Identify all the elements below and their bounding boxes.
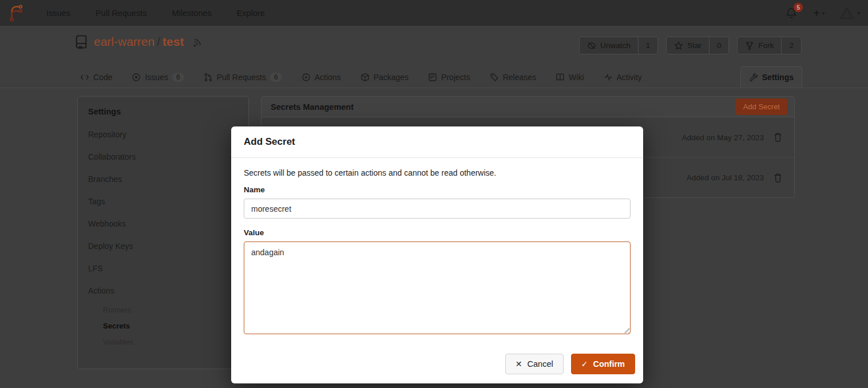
repo-owner-link[interactable]: earl-warren bbox=[94, 35, 154, 48]
pull-requests-count-badge: 6 bbox=[270, 73, 282, 82]
forgejo-logo-icon bbox=[8, 4, 23, 22]
unwatch-button[interactable]: Unwatch bbox=[580, 37, 638, 54]
settings-sidebar: Settings Repository Collaborators Branch… bbox=[77, 96, 249, 369]
forgejo-logo[interactable] bbox=[8, 4, 23, 22]
close-icon: ✕ bbox=[516, 360, 522, 368]
screen: Issues Pull Requests Milestones Explore … bbox=[0, 0, 868, 388]
secret-name-input[interactable] bbox=[244, 199, 631, 219]
add-secret-button[interactable]: Add Secret bbox=[736, 98, 787, 115]
tab-pull-requests[interactable]: Pull Requests 6 bbox=[198, 67, 288, 88]
issue-opened-icon bbox=[132, 73, 141, 82]
trash-icon[interactable] bbox=[773, 173, 783, 183]
tab-settings[interactable]: Settings bbox=[740, 66, 802, 88]
tab-issues[interactable]: Issues 6 bbox=[126, 67, 189, 88]
secrets-panel-header: Secrets Management Add Secret bbox=[261, 96, 795, 117]
check-icon: ✓ bbox=[581, 360, 588, 368]
tab-actions[interactable]: Actions bbox=[296, 67, 347, 88]
sidebar-subitem-runners[interactable]: Runners bbox=[78, 302, 248, 318]
tab-releases[interactable]: Releases bbox=[484, 67, 542, 88]
watchers-count[interactable]: 1 bbox=[638, 37, 658, 54]
trash-icon[interactable] bbox=[773, 132, 783, 142]
sidebar-item-label: Collaborators bbox=[88, 152, 136, 161]
nav-link-milestones[interactable]: Milestones bbox=[172, 9, 211, 18]
tab-label: Pull Requests bbox=[217, 73, 266, 82]
star-icon bbox=[674, 41, 683, 50]
tab-code[interactable]: Code bbox=[74, 67, 118, 88]
nav-link-explore[interactable]: Explore bbox=[237, 9, 265, 18]
confirm-button[interactable]: ✓ Confirm bbox=[571, 354, 635, 374]
secret-added-date: Added on Jul 18, 2023 bbox=[687, 173, 764, 182]
repo-tab-bar: Code Issues 6 Pull Requests 6 Actions Pa… bbox=[0, 64, 868, 88]
tab-wiki[interactable]: Wiki bbox=[550, 67, 589, 88]
sidebar-title: Settings bbox=[78, 100, 248, 123]
forks-count[interactable]: 2 bbox=[781, 37, 801, 54]
caret-down-icon: ▾ bbox=[857, 10, 860, 16]
sidebar-subitem-secrets[interactable]: Secrets bbox=[78, 318, 248, 334]
create-new-button[interactable]: + ▾ bbox=[813, 7, 825, 19]
user-menu-button[interactable]: ▾ bbox=[839, 6, 860, 20]
fork-label: Fork bbox=[758, 41, 774, 50]
tab-label: Releases bbox=[503, 73, 536, 82]
project-board-icon bbox=[428, 73, 437, 82]
fork-button[interactable]: Fork bbox=[738, 37, 781, 54]
repo-header: earl-warren/test bbox=[74, 34, 203, 49]
sidebar-item-tags[interactable]: Tags bbox=[78, 190, 248, 212]
sidebar-item-label: Branches bbox=[88, 175, 122, 184]
repo-action-buttons: Unwatch 1 Star 0 Fork 2 bbox=[579, 37, 802, 54]
sidebar-subitem-variables[interactable]: Variables bbox=[78, 334, 248, 350]
sidebar-item-branches[interactable]: Branches bbox=[78, 168, 248, 190]
sidebar-item-label: Tags bbox=[88, 197, 105, 206]
sidebar-item-repository[interactable]: Repository bbox=[78, 123, 248, 145]
sidebar-item-deploy-keys[interactable]: Deploy Keys bbox=[78, 235, 248, 257]
tab-label: Actions bbox=[315, 73, 341, 82]
book-icon bbox=[556, 73, 565, 82]
watch-button-group: Unwatch 1 bbox=[579, 37, 658, 54]
notifications-button[interactable]: 5 bbox=[786, 7, 798, 19]
tag-icon bbox=[490, 73, 499, 82]
modal-body: Secrets will be passed to certain action… bbox=[231, 158, 643, 354]
tab-activity[interactable]: Activity bbox=[598, 67, 648, 88]
eye-slash-icon bbox=[587, 41, 596, 50]
caret-down-icon: ▾ bbox=[822, 10, 825, 16]
navbar-right: 5 + ▾ ▾ bbox=[786, 6, 860, 20]
name-field-label: Name bbox=[244, 185, 631, 194]
tab-packages[interactable]: Packages bbox=[355, 67, 414, 88]
repo-breadcrumb: earl-warren/test bbox=[94, 35, 184, 49]
value-field-wrapper: andagain bbox=[244, 241, 631, 334]
star-label: Star bbox=[687, 41, 701, 50]
repo-name-link[interactable]: test bbox=[162, 35, 184, 48]
tab-projects[interactable]: Projects bbox=[422, 67, 476, 88]
modal-header: Add Secret bbox=[231, 126, 643, 158]
unwatch-label: Unwatch bbox=[600, 41, 631, 50]
sidebar-item-webhooks[interactable]: Webhooks bbox=[78, 212, 248, 235]
code-icon bbox=[80, 73, 89, 82]
sidebar-item-actions[interactable]: Actions ▾ bbox=[78, 279, 248, 302]
fork-icon bbox=[745, 41, 754, 50]
top-navbar: Issues Pull Requests Milestones Explore … bbox=[0, 0, 868, 26]
rss-icon[interactable] bbox=[193, 37, 203, 47]
cancel-button[interactable]: ✕ Cancel bbox=[505, 354, 564, 374]
sidebar-item-label: LFS bbox=[88, 264, 103, 273]
star-button[interactable]: Star bbox=[667, 37, 709, 54]
value-field-label: Value bbox=[244, 228, 631, 237]
sidebar-item-collaborators[interactable]: Collaborators bbox=[78, 145, 248, 168]
tab-label: Settings bbox=[762, 73, 794, 82]
confirm-button-label: Confirm bbox=[593, 359, 625, 369]
tab-label: Wiki bbox=[569, 73, 584, 82]
modal-description: Secrets will be passed to certain action… bbox=[244, 168, 631, 177]
nav-link-issues[interactable]: Issues bbox=[46, 9, 70, 18]
tab-label: Projects bbox=[441, 73, 470, 82]
package-icon bbox=[360, 73, 370, 82]
tab-label: Code bbox=[93, 73, 112, 82]
sidebar-item-label: Actions bbox=[88, 286, 114, 295]
secret-value-textarea[interactable]: andagain bbox=[244, 241, 631, 334]
plus-icon: + bbox=[813, 7, 820, 19]
sidebar-item-lfs[interactable]: LFS bbox=[78, 257, 248, 279]
breadcrumb-separator: / bbox=[157, 35, 160, 48]
notification-count-badge: 5 bbox=[794, 3, 803, 12]
modal-title: Add Secret bbox=[244, 136, 295, 147]
nav-link-pull-requests[interactable]: Pull Requests bbox=[96, 9, 146, 18]
avatar-triangle-icon bbox=[839, 6, 854, 20]
stars-count[interactable]: 0 bbox=[709, 37, 729, 54]
git-pull-request-icon bbox=[204, 73, 213, 82]
